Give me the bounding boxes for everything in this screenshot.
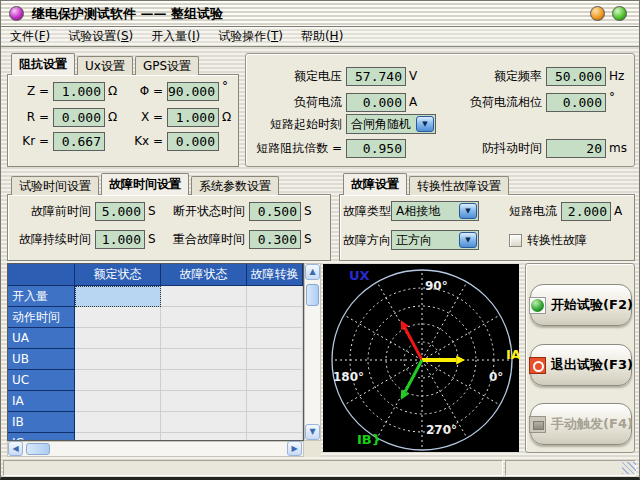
table-cell[interactable]: [247, 391, 303, 412]
menu-item-3[interactable]: 试验操作(T): [209, 28, 292, 45]
r-field[interactable]: 0.000: [53, 108, 105, 127]
fault-direction-label: 故障方向: [343, 232, 387, 249]
table-cell[interactable]: [247, 328, 303, 349]
rated-freq-field[interactable]: 50.000: [546, 67, 606, 86]
table-cell[interactable]: [161, 307, 247, 328]
scroll-down-button[interactable]: ▼: [305, 424, 320, 440]
minimize-button[interactable]: [590, 6, 605, 21]
debounce-field[interactable]: 20: [546, 139, 606, 158]
table-cell[interactable]: [75, 328, 161, 349]
fault-type-select[interactable]: A相接地▼: [391, 201, 479, 221]
menu-item-0[interactable]: 文件(F): [1, 28, 59, 45]
dropdown-arrow-icon[interactable]: ▼: [459, 232, 477, 248]
table-cell[interactable]: [75, 370, 161, 391]
table-row-header[interactable]: 动作时间: [8, 307, 75, 328]
tab-转换性故障设置[interactable]: 转换性故障设置: [409, 176, 509, 195]
table-cell[interactable]: [75, 307, 161, 328]
short-current-field[interactable]: 2.000: [561, 202, 611, 221]
dropdown-arrow-icon[interactable]: ▼: [459, 203, 477, 219]
tab-故障时间设置[interactable]: 故障时间设置: [101, 173, 189, 195]
table-cell[interactable]: [161, 328, 247, 349]
vertical-scrollbar[interactable]: ▲ ▼: [304, 263, 321, 441]
fault-direction-select[interactable]: 正方向▼: [391, 230, 479, 250]
fault-duration-field[interactable]: 1.000: [95, 230, 145, 249]
phasor-180-label: 180°: [333, 370, 364, 384]
start-test-button[interactable]: 开始试验(F2): [530, 284, 632, 326]
z-field[interactable]: 1.000: [53, 82, 105, 101]
table-cell[interactable]: [247, 370, 303, 391]
time-tabbar: 试验时间设置故障时间设置系统参数设置: [11, 173, 281, 195]
table-cell[interactable]: [75, 433, 161, 441]
table-column-header[interactable]: 故障转换: [247, 264, 303, 286]
prefault-time-field[interactable]: 5.000: [95, 202, 145, 221]
convert-fault-checkbox[interactable]: [509, 234, 522, 247]
tab-试验时间设置[interactable]: 试验时间设置: [11, 176, 99, 195]
menu-item-2[interactable]: 开入量(I): [142, 28, 209, 45]
table-cell[interactable]: [161, 433, 247, 441]
io-table-grid[interactable]: 额定状态故障状态故障转换开入量动作时间UAUBUCIAIBIC: [7, 263, 304, 441]
table-column-header[interactable]: 故障状态: [161, 264, 247, 286]
exit-test-button[interactable]: 退出试验(F3): [530, 344, 632, 386]
tab-故障设置[interactable]: 故障设置: [343, 173, 407, 195]
table-cell[interactable]: [247, 433, 303, 441]
table-cell[interactable]: [161, 349, 247, 370]
phasor-ia-label: IA: [506, 347, 521, 362]
app-window: 继电保护测试软件 —— 整组试验 文件(F)试验设置(S)开入量(I)试验操作(…: [0, 0, 640, 480]
horizontal-scrollbar[interactable]: ◀ ▶: [7, 441, 304, 457]
open-state-time-field[interactable]: 0.500: [249, 202, 301, 221]
table-row-header[interactable]: IB: [8, 412, 75, 433]
phasor-ib-label: IB}: [357, 432, 381, 447]
table-cell[interactable]: [161, 370, 247, 391]
status-bar-left: [3, 460, 503, 476]
menu-item-1[interactable]: 试验设置(S): [59, 28, 142, 45]
table-column-header[interactable]: 额定状态: [75, 264, 161, 286]
table-cell[interactable]: [75, 391, 161, 412]
menu-item-4[interactable]: 帮助(H): [292, 28, 352, 45]
scroll-right-button[interactable]: ▶: [287, 441, 302, 456]
table-cell[interactable]: [247, 307, 303, 328]
impedance-panel: 阻抗设置Ux设置GPS设置 Z =1.000Ω Φ =90.000° R =0.…: [7, 53, 239, 167]
load-phase-field[interactable]: 0.000: [546, 93, 606, 112]
table-row-header[interactable]: IA: [8, 391, 75, 412]
table-row-header[interactable]: UA: [8, 328, 75, 349]
table-row-header[interactable]: IC: [8, 433, 75, 441]
table-cell[interactable]: [161, 391, 247, 412]
tab-GPS设置[interactable]: GPS设置: [135, 56, 199, 75]
scroll-left-button[interactable]: ◀: [8, 441, 23, 456]
x-field[interactable]: 1.000: [167, 108, 219, 127]
kx-field[interactable]: 0.000: [167, 132, 219, 151]
table-cell[interactable]: [247, 412, 303, 433]
load-current-field[interactable]: 0.000: [346, 93, 406, 112]
tab-系统参数设置[interactable]: 系统参数设置: [191, 176, 279, 195]
table-cell[interactable]: [161, 286, 247, 307]
phi-field[interactable]: 90.000: [167, 82, 219, 101]
short-current-label: 短路电流: [505, 203, 557, 220]
tab-Ux设置[interactable]: Ux设置: [77, 56, 133, 75]
dropdown-arrow-icon[interactable]: ▼: [416, 116, 434, 132]
hscroll-thumb[interactable]: [26, 443, 50, 455]
short-start-select[interactable]: 合闸角随机▼: [346, 114, 436, 134]
table-cell[interactable]: [75, 349, 161, 370]
prefault-time-unit: S: [148, 204, 156, 218]
table-row-header[interactable]: 开入量: [8, 286, 75, 307]
time-settings-panel: 试验时间设置故障时间设置系统参数设置 故障前时间5.000S 断开状态时间0.5…: [7, 173, 331, 261]
table-cell[interactable]: [75, 286, 161, 307]
table-cell[interactable]: [161, 412, 247, 433]
reclose-fault-time-field[interactable]: 0.300: [249, 230, 301, 249]
impedance-mult-field[interactable]: 0.950: [346, 139, 406, 158]
table-row-header[interactable]: UC: [8, 370, 75, 391]
tab-阻抗设置[interactable]: 阻抗设置: [11, 53, 75, 75]
resize-grip[interactable]: [622, 462, 636, 474]
table-row: 动作时间: [8, 307, 303, 328]
table-cell[interactable]: [247, 286, 303, 307]
table-row: UB: [8, 349, 303, 370]
vscroll-thumb[interactable]: [306, 284, 319, 306]
table-cell[interactable]: [75, 412, 161, 433]
rated-voltage-label: 额定电压: [254, 68, 342, 85]
close-button[interactable]: [612, 6, 627, 21]
kr-field[interactable]: 0.667: [53, 132, 105, 151]
scroll-up-button[interactable]: ▲: [305, 264, 320, 280]
table-cell[interactable]: [247, 349, 303, 370]
table-row-header[interactable]: UB: [8, 349, 75, 370]
rated-voltage-field[interactable]: 57.740: [346, 67, 406, 86]
